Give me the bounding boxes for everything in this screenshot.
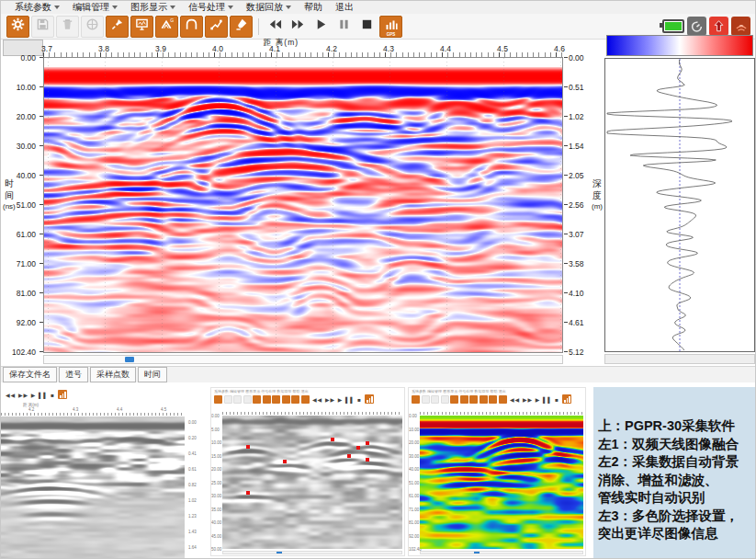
speedometer-icon [687,17,706,36]
depth-tick-label: 0.51 [569,83,584,92]
rewind-button[interactable] [265,17,286,37]
radargram-hscrollbar[interactable] [43,355,563,364]
mini-toolbar-button [243,395,252,404]
depth-tick-label: 4.10 [569,289,584,298]
chevron-down-icon [170,6,175,9]
mini-toolbar-button [441,395,449,404]
pin-button[interactable] [106,16,129,38]
menu-item-1[interactable]: 编辑管理 [66,1,124,14]
gps-icon [385,17,398,33]
menu-bar: 系统参数编辑管理图形显示信号处理数据回放帮助退出 [1,1,756,15]
mini-axis-label: 20.00 [211,467,221,472]
menu-item-label: 信号处理 [188,1,225,14]
mini-axis-label: 0.61 [188,467,197,472]
gate-icon [185,17,198,35]
status-tab-2[interactable]: 采样点数 [90,367,136,382]
depth-tick-label: 1.02 [569,112,584,121]
time-tick-label: 61.00 [1,230,36,239]
mini-menu-text: 系统参数 编辑管理 图形显示 信号处理 数据回放 帮助 退出 [412,389,574,394]
mini-toolbar-button [412,395,420,404]
mini-axis-label: 4.2 [28,407,34,412]
settings-button[interactable] [6,16,29,38]
chevron-down-icon [286,6,291,9]
stop-button[interactable] [356,17,378,37]
upload-icon[interactable] [709,17,728,36]
mini-axis-label: 92.00 [409,534,419,539]
mini-toolbar-button [489,395,497,404]
mini-axis-label: 0.00 [409,414,417,418]
caption-line: 左2：采集数据自动背景 [598,453,753,472]
display-button[interactable] [130,16,153,38]
mini-ruler [420,412,583,415]
gate-button[interactable] [180,16,203,38]
mini-axis-label: 40.00 [409,467,419,472]
menu-item-label: 数据回放 [246,1,283,14]
radargram-canvas[interactable] [44,58,562,352]
status-tab-3[interactable]: 时间 [138,367,167,382]
depth-tick-mark [564,145,568,146]
mini-axis-label: 30.00 [409,454,419,459]
hscrollbar-thumb[interactable] [125,357,134,362]
mini-toolbar-button [422,395,430,404]
radar-icon[interactable] [731,17,750,36]
mini-axis-label: 50.00 [211,547,221,552]
battery-icon [662,19,684,33]
mini-playback-icons: ◀◀ ▶▶ ▶ ▌▌ ■ [312,396,362,403]
mini-scrollbar [420,551,583,554]
depth-tick-mark [564,292,568,293]
mini-toolbar-button [499,395,507,404]
menu-item-2[interactable]: 图形显示 [124,1,182,14]
antenna-gain-button[interactable]: G [155,16,178,38]
mini-axis-label: 4.4 [117,407,122,412]
status-tab-1[interactable]: 道号 [59,367,88,382]
gain-curve-button[interactable] [205,16,228,38]
menu-item-0[interactable]: 系统参数 [8,1,66,14]
depth-tick-label: 2.05 [569,171,584,180]
trace-panel [604,58,755,352]
mini-toolbar-button [291,395,299,404]
mini-toolbar: ◀◀ ▶▶ ▶ ▌▌ ■ [214,394,374,404]
menu-item-5[interactable]: 帮助 [298,1,329,14]
time-tick-label: 71.00 [1,259,36,268]
save-button[interactable] [31,16,54,38]
time-tick-label: 20.00 [1,112,36,121]
depth-tick-mark [564,234,568,234]
menu-item-6[interactable]: 退出 [329,1,360,14]
caption-line: 上：PGPR-30采集软件 [598,417,753,436]
mini-toolbar-button [301,395,310,404]
radargram-frame [43,57,563,353]
status-tab-0[interactable]: 保存文件名 [3,367,57,382]
mini-axis-label: 4.3 [73,407,78,412]
mini-toolbar-button [214,395,222,404]
depth-tick-label: 0.00 [569,53,584,63]
depth-tick-label: 4.61 [569,318,584,327]
play-button[interactable] [310,17,332,37]
fast-forward-button[interactable] [288,17,309,37]
menu-item-label: 退出 [335,1,354,14]
menu-item-3[interactable]: 信号处理 [182,1,240,14]
depth-axis-title: 深度(m) [592,177,603,211]
depth-tick-mark [564,175,568,176]
mini-toolbar-button [263,395,271,404]
menu-item-label: 图形显示 [130,1,167,14]
rewind-icon [267,17,283,35]
save-icon [36,17,50,35]
mini-axis-label: 71.00 [409,508,419,512]
depth-tick-mark [564,86,568,87]
mini-toolbar-button [480,395,488,404]
mini-toolbar: ◀◀ ▶▶ ▶ ▌▌ ■ [412,394,571,404]
gps-button[interactable]: GPS [379,16,402,38]
caption-line: 管线实时自动识别 [598,489,753,508]
delete-button[interactable] [56,16,79,38]
mini-toolbar-button [253,395,261,404]
depth-tick-label: 5.12 [569,348,584,357]
depth-tick-mark [564,204,568,205]
clear-button[interactable] [230,16,253,38]
pause-button[interactable] [333,17,355,37]
menu-item-4[interactable]: 数据回放 [240,1,298,14]
menu-item-label: 系统参数 [15,1,51,14]
mini-axis-label: 40.00 [211,520,221,525]
svg-text:G: G [170,17,174,23]
window-button[interactable] [81,16,104,38]
depth-tick-mark [564,351,568,352]
